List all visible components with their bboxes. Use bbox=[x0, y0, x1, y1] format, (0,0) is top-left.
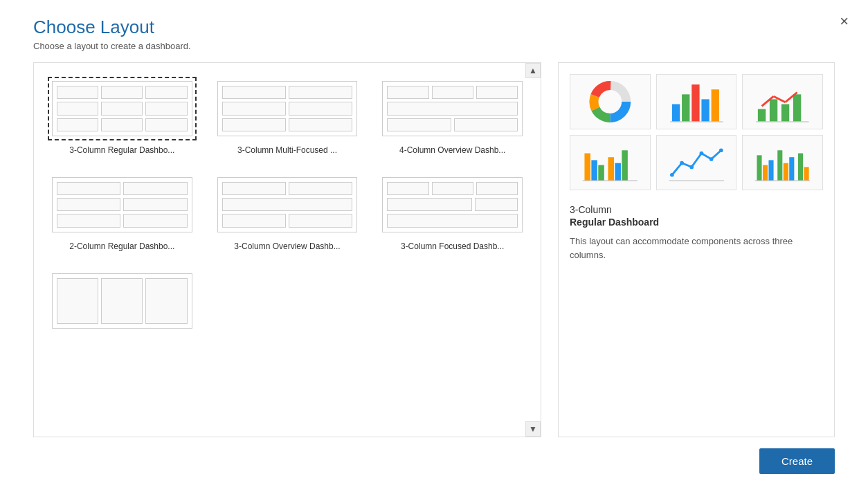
thumb-cell bbox=[57, 214, 120, 227]
svg-rect-7 bbox=[691, 84, 699, 122]
layout-label: 3-Column Regular Dashbo... bbox=[69, 145, 174, 156]
svg-rect-12 bbox=[770, 99, 777, 122]
layout-item-3col-focused[interactable]: 3-Column Focused Dashb... bbox=[375, 170, 530, 255]
thumb-cell bbox=[101, 86, 143, 99]
thumb-row bbox=[387, 86, 518, 99]
svg-point-31 bbox=[719, 148, 723, 152]
svg-rect-38 bbox=[790, 157, 795, 181]
thumb-cell bbox=[289, 182, 352, 195]
layout-thumbnail-wrapper bbox=[48, 77, 197, 140]
layout-item-2col-regular[interactable]: 2-Column Regular Dashbo... bbox=[45, 170, 199, 255]
svg-point-27 bbox=[680, 161, 684, 165]
thumb-cell bbox=[123, 198, 187, 211]
preview-chart-bar2 bbox=[742, 74, 823, 129]
layout-thumbnail bbox=[217, 81, 358, 136]
layout-thumbnail bbox=[52, 177, 192, 232]
preview-chart-grouped-bar bbox=[742, 135, 823, 190]
layout-item-3col-multifocused[interactable]: 3-Column Multi-Focused ... bbox=[210, 74, 365, 159]
layout-thumbnail bbox=[52, 81, 192, 136]
layout-label: 3-Column Overview Dashb... bbox=[234, 241, 340, 253]
thumb-cell bbox=[222, 182, 286, 195]
create-button[interactable]: Create bbox=[759, 448, 835, 474]
thumb-cell bbox=[476, 86, 518, 99]
svg-rect-11 bbox=[758, 109, 766, 122]
layout-thumbnail bbox=[52, 273, 192, 329]
svg-point-28 bbox=[689, 165, 694, 170]
thumb-cell bbox=[101, 118, 143, 131]
thumb-cell bbox=[289, 118, 352, 131]
layout-label: 2-Column Regular Dashbo... bbox=[69, 241, 174, 253]
thumb-row bbox=[387, 198, 518, 211]
thumb-cell bbox=[432, 182, 473, 195]
thumb-row bbox=[222, 102, 353, 115]
thumb-row bbox=[57, 86, 188, 99]
scroll-up-arrow[interactable]: ▲ bbox=[525, 63, 541, 78]
layout-label: 4-Column Overview Dashb... bbox=[399, 145, 505, 156]
svg-rect-23 bbox=[615, 163, 621, 181]
thumb-cell bbox=[101, 102, 143, 115]
svg-rect-36 bbox=[778, 150, 783, 181]
layout-item-4col-overview[interactable]: 4-Column Overview Dashb... bbox=[375, 74, 530, 159]
preview-description: This layout can accommodate components a… bbox=[570, 235, 823, 262]
dialog-subtitle: Choose a layout to create a dashboard. bbox=[33, 41, 846, 51]
svg-rect-9 bbox=[711, 89, 718, 122]
thumb-cell bbox=[222, 102, 286, 115]
thumb-cell bbox=[145, 102, 187, 115]
layout-list-container: 3-Column Regular Dashbo...3-Column Multi… bbox=[33, 62, 541, 437]
svg-rect-5 bbox=[672, 104, 680, 122]
svg-point-29 bbox=[699, 152, 703, 156]
layout-list-scroll[interactable]: 3-Column Regular Dashbo...3-Column Multi… bbox=[34, 63, 541, 437]
svg-rect-24 bbox=[622, 150, 628, 181]
svg-rect-34 bbox=[763, 165, 768, 181]
thumb-cell bbox=[387, 182, 428, 195]
thumb-row bbox=[387, 102, 518, 115]
svg-rect-13 bbox=[781, 104, 789, 122]
thumb-cell bbox=[475, 198, 518, 211]
thumb-row bbox=[57, 198, 188, 211]
svg-rect-6 bbox=[682, 94, 689, 122]
thumb-cell bbox=[387, 198, 471, 211]
preview-charts bbox=[570, 74, 823, 190]
layout-label: 3-Column Focused Dashb... bbox=[401, 241, 504, 253]
dialog-body: 3-Column Regular Dashbo...3-Column Multi… bbox=[0, 62, 868, 437]
layout-item-3col-regular[interactable]: 3-Column Regular Dashbo... bbox=[45, 74, 199, 159]
preview-name-top: 3-Column bbox=[570, 204, 823, 215]
thumb-row bbox=[387, 182, 518, 195]
preview-chart-bar3 bbox=[570, 135, 651, 190]
thumb-cell bbox=[57, 198, 120, 211]
thumb-cell bbox=[57, 118, 98, 131]
svg-point-30 bbox=[709, 157, 713, 161]
preview-chart-line bbox=[656, 135, 737, 190]
svg-rect-40 bbox=[804, 167, 809, 181]
thumb-row bbox=[57, 102, 188, 115]
svg-rect-33 bbox=[757, 155, 762, 181]
thumb-cell bbox=[222, 198, 353, 211]
layout-thumbnail-wrapper bbox=[213, 173, 362, 237]
scroll-down-arrow[interactable]: ▼ bbox=[525, 421, 541, 437]
thumb-cell bbox=[123, 182, 187, 195]
thumb-row bbox=[57, 214, 188, 227]
close-button[interactable]: × bbox=[840, 14, 849, 29]
layout-thumbnail bbox=[217, 177, 358, 232]
thumb-row bbox=[387, 118, 518, 131]
svg-rect-37 bbox=[784, 163, 788, 181]
svg-rect-14 bbox=[793, 94, 801, 122]
thumb-cell bbox=[387, 102, 518, 115]
thumb-cell bbox=[289, 214, 352, 227]
thumb-cell bbox=[387, 86, 428, 99]
layout-item-partial[interactable] bbox=[45, 266, 199, 336]
preview-info: 3-Column Regular Dashboard This layout c… bbox=[570, 204, 823, 262]
thumb-cell bbox=[289, 86, 352, 99]
thumb-cell bbox=[145, 118, 187, 131]
layout-thumbnail-wrapper bbox=[48, 173, 197, 237]
layout-item-3col-overview[interactable]: 3-Column Overview Dashb... bbox=[210, 170, 365, 255]
svg-rect-21 bbox=[598, 165, 604, 181]
layout-label: 3-Column Multi-Focused ... bbox=[237, 145, 337, 156]
thumb-cell bbox=[222, 214, 286, 227]
thumb-cell bbox=[57, 182, 120, 195]
thumb-cell bbox=[387, 118, 451, 131]
thumb-cell bbox=[222, 118, 286, 131]
layout-thumbnail bbox=[382, 177, 523, 232]
thumb-row bbox=[222, 198, 353, 211]
preview-panel: 3-Column Regular Dashboard This layout c… bbox=[558, 62, 835, 437]
